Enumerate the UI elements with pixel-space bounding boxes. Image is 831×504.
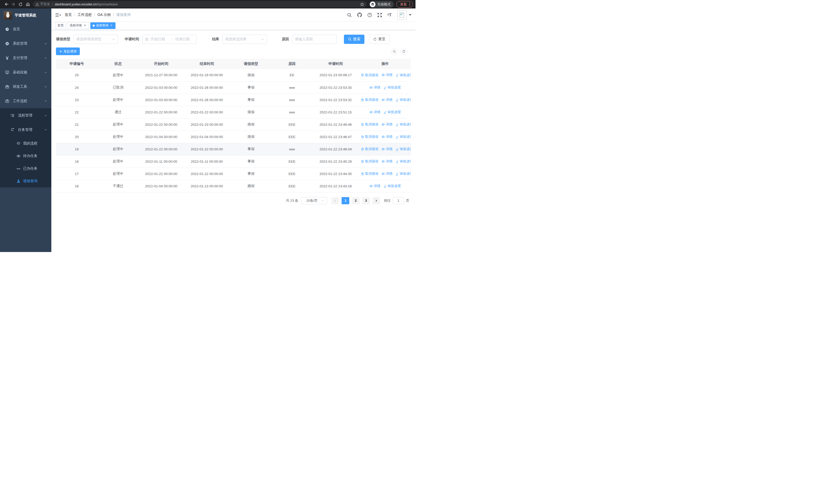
breadcrumb-workflow[interactable]: 工作流程 <box>78 12 92 17</box>
search-button[interactable]: 搜索 <box>344 35 365 44</box>
end-date-input[interactable]: 结束日期 <box>175 37 194 41</box>
page-size-select[interactable]: 10条/页 <box>301 197 327 204</box>
leave-type-select[interactable]: 请选择请假类型 <box>74 35 118 44</box>
result-select[interactable]: 请选择流结果 <box>222 35 267 44</box>
font-size-icon[interactable]: TT <box>387 13 392 17</box>
detail-link[interactable]: 详情 <box>381 135 393 139</box>
approval-progress-link[interactable]: 审批进度 <box>383 85 401 90</box>
tab-2[interactable]: 请假查询× <box>90 22 115 29</box>
close-icon[interactable]: × <box>110 24 113 27</box>
approval-progress-link[interactable]: 审批进度 <box>383 110 401 114</box>
sidebar-item-my-process[interactable]: 我的流程 <box>0 137 51 150</box>
sidebar-item-leave-query[interactable]: 请假查询 <box>0 175 51 187</box>
edit-icon <box>383 111 387 114</box>
sidebar-item-workflow[interactable]: 工作流程 <box>0 94 51 108</box>
refresh-table-button[interactable] <box>400 48 407 55</box>
cell-status: 处理中 <box>97 118 139 130</box>
home-icon[interactable] <box>24 1 31 8</box>
tab-0[interactable]: 首页 <box>55 22 66 29</box>
approval-progress-link[interactable]: 审批进度 <box>396 122 411 127</box>
cell-end-time: 2022-01-26 00:00:00 <box>184 94 230 106</box>
sidebar-item-home[interactable]: 首页 <box>0 22 51 36</box>
detail-link[interactable]: 详情 <box>381 122 393 127</box>
prev-page-button[interactable] <box>331 197 339 204</box>
start-date-input[interactable]: 开始日期 <box>151 37 169 41</box>
detail-link[interactable]: 详情 <box>381 171 393 176</box>
tab-1[interactable]: 流程详情× <box>67 22 89 29</box>
approval-progress-link[interactable]: 审批进度 <box>396 159 411 164</box>
detail-link[interactable]: 详情 <box>369 184 380 188</box>
reload-icon[interactable] <box>17 1 24 8</box>
sidebar-item-task-mgmt[interactable]: 任务管理 <box>0 123 51 137</box>
cell-end-time: 2022-01-04 00:00:00 <box>184 130 230 143</box>
eye-closed-icon <box>17 167 21 171</box>
sidebar-item-done-tasks[interactable]: 已办任务 <box>0 162 51 175</box>
url-bar[interactable]: 不安全 dashboard.yudao.iocoder.cn/bpm/oa/le… <box>33 1 367 7</box>
search-icon[interactable] <box>347 12 352 18</box>
cell-apply-time: 2022-01-23 00:06:17 <box>312 69 359 81</box>
page-button-1[interactable]: 1 <box>342 197 349 204</box>
approval-progress-link[interactable]: 审批进度 <box>396 97 411 102</box>
goto-page-input[interactable] <box>393 197 404 204</box>
forward-icon[interactable] <box>10 1 17 8</box>
breadcrumb-home[interactable]: 首页 <box>65 12 72 17</box>
detail-link[interactable]: 详情 <box>381 97 393 102</box>
bookmark-star-icon[interactable] <box>360 2 364 6</box>
close-icon[interactable]: × <box>83 24 87 27</box>
cell-actions: 取消请假详情审批进度 <box>359 143 411 155</box>
detail-link[interactable]: 详情 <box>381 147 393 151</box>
breadcrumb-oa-example[interactable]: OA 示例 <box>97 12 111 17</box>
cell-start-time: 2021-12-27 00:00:00 <box>139 69 184 81</box>
reason-input[interactable]: 请输入原因 <box>292 35 337 44</box>
avatar[interactable] <box>397 10 406 20</box>
update-button[interactable]: 更新 <box>396 1 413 8</box>
chevron-down-icon <box>44 42 47 45</box>
next-page-button[interactable] <box>372 197 380 204</box>
table-row: 19处理中2022-01-22 00:00:002022-01-22 00:00… <box>56 143 411 155</box>
cell-leave-type: 病假 <box>230 118 272 130</box>
url-text[interactable]: dashboard.yudao.iocoder.cn/bpm/oa/leave <box>55 2 358 6</box>
cancel-leave-link[interactable]: 取消请假 <box>361 147 378 151</box>
cell-reason: EEE <box>272 155 312 168</box>
approval-progress-link[interactable]: 审批进度 <box>396 73 411 78</box>
sidebar-item-payment[interactable]: 支付管理 <box>0 51 51 65</box>
approval-progress-link[interactable]: 审批进度 <box>383 184 401 188</box>
detail-link[interactable]: 详情 <box>381 72 393 77</box>
approval-progress-link[interactable]: 审批进度 <box>396 147 411 151</box>
cancel-leave-link[interactable]: 取消请假 <box>361 159 378 164</box>
create-leave-button[interactable]: 发起请假 <box>56 48 80 55</box>
sidebar-menu: 首页 系统管理 支付管理 <box>0 22 51 252</box>
approval-progress-link[interactable]: 审批进度 <box>396 171 411 176</box>
apply-time-range-picker[interactable]: 开始日期 - 结束日期 <box>142 35 197 44</box>
sidebar-toggle-icon[interactable] <box>55 13 61 17</box>
detail-link[interactable]: 详情 <box>369 110 380 114</box>
sidebar-item-devtools[interactable]: 研发工具 <box>0 80 51 94</box>
detail-link[interactable]: 详情 <box>369 85 380 90</box>
cancel-leave-link[interactable]: 取消请假 <box>361 135 378 139</box>
detail-link[interactable]: 详情 <box>381 159 393 164</box>
sidebar-item-infra[interactable]: 基础设施 <box>0 65 51 80</box>
delete-icon <box>361 160 364 163</box>
app-logo[interactable]: 芋道管理系统 <box>0 8 51 22</box>
browser-menu-icon[interactable] <box>409 3 410 6</box>
page-button-3[interactable]: 3 <box>362 197 370 204</box>
security-status[interactable]: 不安全 <box>35 2 50 6</box>
sidebar-item-process-mgmt[interactable]: 流程管理 <box>0 108 51 123</box>
user-menu[interactable] <box>397 10 411 20</box>
toggle-search-button[interactable] <box>391 48 398 55</box>
cancel-leave-link[interactable]: 取消请假 <box>361 97 378 102</box>
help-icon[interactable] <box>367 12 372 18</box>
cancel-leave-link[interactable]: 取消请假 <box>361 171 378 176</box>
table-row: 18处理中2022-01-11 00:00:002022-01-11 00:00… <box>56 155 411 168</box>
sidebar-item-todo-tasks[interactable]: 待办任务 <box>0 150 51 162</box>
approval-progress-link[interactable]: 审批进度 <box>396 135 411 139</box>
fullscreen-icon[interactable] <box>377 12 382 18</box>
cell-status: 不通过 <box>97 180 139 192</box>
reset-button[interactable]: 重置 <box>369 35 390 44</box>
cancel-leave-link[interactable]: 取消请假 <box>361 73 378 78</box>
back-icon[interactable] <box>3 1 10 8</box>
sidebar-item-system[interactable]: 系统管理 <box>0 36 51 51</box>
cancel-leave-link[interactable]: 取消请假 <box>361 122 378 127</box>
page-button-2[interactable]: 2 <box>352 197 360 204</box>
github-icon[interactable] <box>357 12 362 18</box>
